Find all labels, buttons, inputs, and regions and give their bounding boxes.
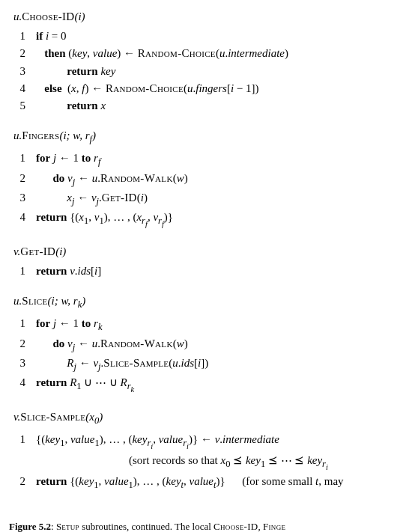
line-content: if i = 0 <box>36 28 67 45</box>
figure-label: Figure 5.2 <box>9 521 51 532</box>
code-line: 1if i = 0 <box>9 28 400 45</box>
code-line: 2 return {(key1, value1), … , (keyt, val… <box>9 473 400 492</box>
algo-signature: u.Slice(i; w, rk) <box>13 295 400 311</box>
line-number: 4 <box>9 374 36 391</box>
line-number: 1 <box>9 263 36 280</box>
algo-fingers: u.Fingers(i; w, rf) 1for j ← 1 to rf2 do… <box>9 129 400 230</box>
caption-text: : Setup subroutines, continued. The loca… <box>51 521 285 532</box>
sort-note: (sort records so that x0 ⪯ key1 ⪯ ⋯ ⪯ ke… <box>54 453 400 473</box>
line-content: xj ← vj.Get-ID(i) <box>36 189 148 209</box>
sig-name: Get-ID <box>20 245 55 257</box>
line-number: 1 <box>9 150 36 167</box>
line-number: 2 <box>9 170 36 187</box>
code-line: 2 do vj ← u.Random-Walk(w) <box>9 335 400 355</box>
sig-obj: v <box>13 411 18 423</box>
line-content: then (key, value) ← Random-Choice(u.inte… <box>36 45 288 62</box>
algo-body: 1if i = 02 then (key, value) ← Random-Ch… <box>9 28 400 114</box>
code-line: 2 then (key, value) ← Random-Choice(u.in… <box>9 45 400 62</box>
line-number: 2 <box>9 473 36 490</box>
sig-name: Slice <box>22 295 47 307</box>
line-content: else (x, f) ← Random-Choice(u.fingers[i … <box>36 80 259 97</box>
code-line: 1for j ← 1 to rk <box>9 315 400 334</box>
line-content: Rj ← vj.Slice-Sample(u.ids[i]) <box>36 355 208 374</box>
line-content: for j ← 1 to rf <box>36 150 100 169</box>
line-number: 3 <box>9 189 36 207</box>
sig-args: (i; w, rk) <box>48 295 86 307</box>
line-content: return R1 ∪ ⋯ ∪ Rrk <box>36 374 134 396</box>
sig-args: (x0) <box>85 411 103 423</box>
code-line: 5 return x <box>9 97 400 114</box>
line-content: do vj ← u.Random-Walk(w) <box>36 170 188 189</box>
sig-obj: u <box>13 129 19 141</box>
line-number: 2 <box>9 45 36 62</box>
line-number: 4 <box>9 80 36 97</box>
code-line: 1 {(key1, value1), … , (keyri, valueri)}… <box>9 431 400 453</box>
sig-name: Fingers <box>22 129 59 141</box>
code-line: 3 Rj ← vj.Slice-Sample(u.ids[i]) <box>9 355 400 374</box>
line-number: 1 <box>9 28 36 45</box>
line-content: return {(key1, value1), … , (keyt, value… <box>36 473 344 492</box>
algo-body: 1return v.ids[i] <box>9 263 400 280</box>
figure-caption: Figure 5.2: Setup subroutines, continued… <box>9 521 400 532</box>
algo-slice: u.Slice(i; w, rk) 1for j ← 1 to rk2 do v… <box>9 295 400 396</box>
code-line: 1for j ← 1 to rf <box>9 150 400 169</box>
algo-body: 1for j ← 1 to rf2 do vj ← u.Random-Walk(… <box>9 150 400 230</box>
code-line: 4return R1 ∪ ⋯ ∪ Rrk <box>9 374 400 396</box>
line-number: 4 <box>9 209 36 226</box>
code-line: 3 xj ← vj.Get-ID(i) <box>9 189 400 209</box>
algo-signature: u.Choose-ID(i) <box>13 10 400 23</box>
algo-get-id: v.Get-ID(i) 1return v.ids[i] <box>9 245 400 280</box>
line-content: for j ← 1 to rk <box>36 315 102 334</box>
line-content: return x <box>36 97 106 114</box>
code-line: 2 do vj ← u.Random-Walk(w) <box>9 170 400 189</box>
code-line: 4return {(x1, v1), … , (xrf, vrf)} <box>9 209 400 230</box>
code-line: 4 else (x, f) ← Random-Choice(u.fingers[… <box>9 80 400 97</box>
sig-name: Choose-ID <box>22 10 74 22</box>
line-number: 3 <box>9 63 36 80</box>
sig-args: (i) <box>74 10 85 22</box>
code-line: 1return v.ids[i] <box>9 263 400 280</box>
line-content: return key <box>36 63 115 80</box>
line-content: return {(x1, v1), … , (xrf, vrf)} <box>36 209 173 230</box>
algo-signature: u.Fingers(i; w, rf) <box>13 129 400 145</box>
sig-args: (i) <box>55 245 66 257</box>
sig-name: Slice-Sample <box>20 411 85 423</box>
sig-obj: v <box>13 245 18 257</box>
sig-obj: u <box>13 295 19 307</box>
algo-signature: v.Get-ID(i) <box>13 245 400 258</box>
sig-obj: u <box>13 10 19 22</box>
sig-args: (i; w, rf) <box>59 129 96 141</box>
line-number: 5 <box>9 97 36 114</box>
algo-body: 1for j ← 1 to rk2 do vj ← u.Random-Walk(… <box>9 315 400 396</box>
code-line: 3 return key <box>9 63 400 80</box>
algo-signature: v.Slice-Sample(x0) <box>13 411 400 426</box>
line-number: 1 <box>9 315 36 332</box>
line-content: do vj ← u.Random-Walk(w) <box>36 335 188 355</box>
line-content: return v.ids[i] <box>36 263 101 280</box>
line-number: 1 <box>9 431 36 448</box>
algo-slice-sample: v.Slice-Sample(x0) 1 {(key1, value1), … … <box>9 411 400 492</box>
algo-choose-id: u.Choose-ID(i) 1if i = 02 then (key, val… <box>9 10 400 114</box>
line-content: {(key1, value1), … , (keyri, valueri)} ←… <box>36 431 279 453</box>
line-number: 3 <box>9 355 36 372</box>
line-number: 2 <box>9 335 36 352</box>
